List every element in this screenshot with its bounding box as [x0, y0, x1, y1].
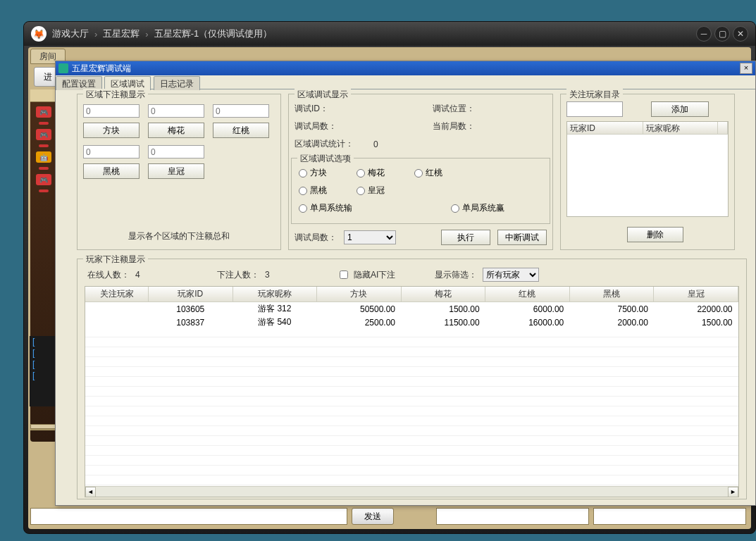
table-row[interactable]: 103605 游客 312 50500.00 1500.00 6000.00 7…: [85, 302, 738, 316]
bet-value: 3: [265, 270, 279, 280]
hide-ai-checkbox[interactable]: [340, 270, 348, 279]
area-debug-group: 区域调试显示 调试ID： 调试位置： 调试局数： 当前局数： 区域调试统计： 0…: [288, 94, 553, 250]
breadcrumb-sep: ›: [94, 29, 97, 39]
col-id[interactable]: 玩家ID: [149, 287, 233, 302]
meihua-button[interactable]: 梅花: [148, 123, 204, 138]
player-bet-group: 玩家下注额显示 在线人数： 4 下注人数： 3 隐藏AI下注 显示筛选： 所有玩…: [77, 259, 747, 499]
watchlist-table[interactable]: 玩家ID 玩家昵称: [566, 121, 729, 217]
area-debug-title: 区域调试显示: [295, 89, 351, 101]
player-table[interactable]: 关注玩家 玩家ID 玩家昵称 方块 梅花 红桃 黑桃 皇冠 103605 游客 …: [85, 286, 739, 497]
scroll-left-icon[interactable]: ◄: [85, 487, 96, 497]
area-debug-options-group: 区域调试选项 方块 梅花 红桃 黑桃 皇冠 单局系统输 单局系统赢: [291, 158, 550, 224]
seat-icon[interactable]: 🎮: [36, 106, 51, 118]
radio-huangguan[interactable]: 皇冠: [357, 185, 385, 197]
breadcrumb-1[interactable]: 五星宏辉: [103, 27, 140, 40]
online-value: 4: [135, 270, 149, 280]
col-heitao[interactable]: 黑桃: [569, 287, 654, 302]
huangguan-button[interactable]: 皇冠: [148, 163, 204, 179]
col-crown[interactable]: 皇冠: [654, 287, 738, 302]
game-titlebar: 🦊 游戏大厅 › 五星宏辉 › 五星宏辉-1（仅供调试使用） ─ ▢ ✕: [24, 22, 755, 46]
radio-hongtao[interactable]: 红桃: [414, 167, 442, 179]
area-debug-options-title: 区域调试选项: [297, 153, 354, 165]
online-label: 在线人数：: [87, 269, 130, 281]
player-bet-title: 玩家下注额显示: [83, 254, 148, 266]
chat-bar: 发送: [30, 504, 749, 529]
fangkuai-button[interactable]: 方块: [83, 123, 140, 138]
seat-icon-bot[interactable]: 🤖: [36, 151, 51, 163]
heitao-input[interactable]: [83, 145, 140, 158]
seat-icon[interactable]: 🎮: [36, 174, 51, 185]
tab-log[interactable]: 日志记录: [154, 76, 200, 90]
right-list-a[interactable]: [436, 508, 589, 525]
radio-heitao[interactable]: 黑桃: [299, 185, 327, 197]
radio-fangkuai[interactable]: 方块: [299, 167, 327, 179]
execute-button[interactable]: 执行: [441, 230, 490, 245]
debug-pos-label: 调试位置：: [433, 103, 475, 115]
hongtao-input[interactable]: [213, 104, 269, 118]
scroll-right-icon[interactable]: ►: [728, 487, 738, 497]
debug-id-label: 调试ID：: [295, 103, 328, 115]
filter-select[interactable]: 所有玩家: [483, 268, 539, 282]
seat-icon[interactable]: 🎮: [36, 129, 51, 140]
watchlist-group: 关注玩家目录 添加 玩家ID 玩家昵称 删除: [560, 94, 735, 250]
watchlist-input[interactable]: [566, 101, 623, 117]
dialog-titlebar[interactable]: 五星宏辉调试端 ×: [56, 61, 755, 75]
breadcrumb-0[interactable]: 游戏大厅: [52, 27, 89, 40]
col-watch[interactable]: 关注玩家: [85, 287, 149, 302]
col-name[interactable]: 玩家昵称: [233, 287, 316, 302]
rounds-select[interactable]: 1: [344, 230, 396, 244]
abort-button[interactable]: 中断调试: [497, 230, 547, 245]
area-bet-title: 区域下注额显示: [83, 89, 148, 101]
huangguan-input[interactable]: [148, 145, 204, 158]
heitao-button[interactable]: 黑桃: [83, 163, 140, 179]
col-fangkuai[interactable]: 方块: [316, 287, 401, 302]
table-hscrollbar[interactable]: ◄ ►: [85, 486, 738, 497]
maximize-button[interactable]: ▢: [714, 26, 730, 42]
hide-ai-label: 隐藏AI下注: [354, 269, 395, 281]
right-list-b[interactable]: [593, 508, 746, 525]
area-bet-group: 区域下注额显示 方块 梅花 红桃 黑桃 皇冠: [77, 94, 281, 250]
minimize-button[interactable]: ─: [696, 26, 712, 42]
close-button[interactable]: ✕: [733, 26, 748, 42]
filter-label: 显示筛选：: [435, 269, 477, 281]
meihua-input[interactable]: [148, 104, 204, 118]
watchlist-title: 关注玩家目录: [566, 89, 623, 101]
stat-label: 区域调试统计：: [295, 138, 354, 150]
dialog-title: 五星宏辉调试端: [72, 63, 131, 75]
app-logo: 🦊: [31, 26, 47, 42]
stat-value: 0: [373, 139, 378, 149]
breadcrumb-sep: ›: [145, 29, 148, 39]
fangkuai-input[interactable]: [83, 104, 140, 118]
rounds-label: 调试局数：: [295, 232, 337, 244]
sidebar-scrollbar[interactable]: [30, 424, 57, 430]
radio-meihua[interactable]: 梅花: [357, 167, 385, 179]
dialog-close-button[interactable]: ×: [740, 63, 752, 74]
col-meihua[interactable]: 梅花: [401, 287, 485, 302]
bet-label: 下注人数：: [217, 269, 259, 281]
dialog-icon: [58, 63, 68, 73]
col-hongtao[interactable]: 红桃: [485, 287, 570, 302]
add-button[interactable]: 添加: [651, 101, 709, 117]
hongtao-button[interactable]: 红桃: [213, 123, 269, 138]
radio-system-lose[interactable]: 单局系统输: [299, 202, 352, 214]
debug-dialog: 五星宏辉调试端 × 配置设置 区域调试 日志记录 区域下注额显示 方块 梅花 红…: [55, 61, 756, 506]
chat-input[interactable]: [30, 508, 347, 525]
radio-system-win[interactable]: 单局系统赢: [451, 202, 504, 214]
tab-area-debug[interactable]: 区域调试: [104, 76, 151, 90]
cur-round-label: 当前局数：: [433, 120, 475, 132]
tab-config[interactable]: 配置设置: [56, 76, 102, 90]
send-button[interactable]: 发送: [352, 508, 394, 525]
dialog-tabs: 配置设置 区域调试 日志记录: [56, 75, 755, 89]
delete-button[interactable]: 删除: [627, 227, 683, 242]
breadcrumb-2[interactable]: 五星宏辉-1（仅供调试使用）: [154, 27, 273, 40]
area-bet-footer: 显示各个区域的下注额总和: [78, 230, 280, 242]
debug-rounds-label: 调试局数：: [295, 120, 337, 132]
